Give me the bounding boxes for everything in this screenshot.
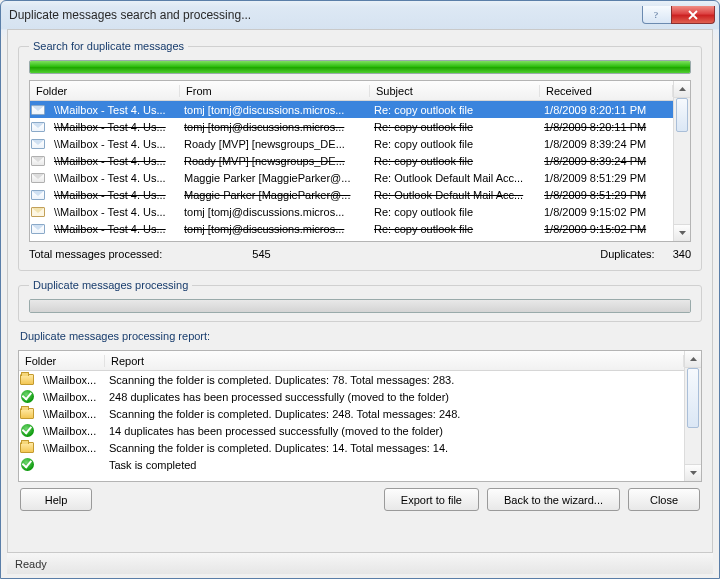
cell-from: tomj [tomj@discussions.micros... <box>178 206 368 218</box>
scroll-thumb[interactable] <box>687 368 699 428</box>
cell-folder: \\Mailbox - Test 4. Us... <box>48 138 178 150</box>
envelope-open-icon <box>30 154 46 168</box>
col-from[interactable]: From <box>180 85 370 97</box>
cell-folder: \\Mailbox... <box>37 408 103 420</box>
cell-subject: Re: copy outlook file <box>368 104 538 116</box>
cell-from: Roady [MVP] [newsgroups_DE... <box>178 155 368 167</box>
col-subject[interactable]: Subject <box>370 85 540 97</box>
button-bar: Help Export to file Back to the wizard..… <box>18 482 702 511</box>
total-processed-label: Total messages processed: <box>29 248 162 260</box>
cell-received: 1/8/2009 8:20:11 PM <box>538 104 673 116</box>
messages-scrollbar[interactable] <box>673 81 690 241</box>
folder-icon <box>19 407 35 421</box>
processing-progress <box>29 299 691 313</box>
titlebar[interactable]: Duplicate messages search and processing… <box>1 1 719 29</box>
total-processed-value: 545 <box>252 248 270 260</box>
cell-folder: \\Mailbox - Test 4. Us... <box>48 155 178 167</box>
envelope-read-icon <box>30 205 46 219</box>
duplicates-label: Duplicates: <box>600 248 654 260</box>
cell-received: 1/8/2009 8:51:29 PM <box>538 172 673 184</box>
table-row[interactable]: \\Mailbox - Test 4. Us...tomj [tomj@disc… <box>30 220 673 237</box>
cell-folder: \\Mailbox... <box>37 425 103 437</box>
close-button[interactable]: Close <box>628 488 700 511</box>
table-row[interactable]: \\Mailbox - Test 4. Us...tomj [tomj@disc… <box>30 203 673 220</box>
search-progress <box>29 60 691 74</box>
cell-folder: \\Mailbox... <box>37 391 103 403</box>
search-group: Search for duplicate messages Folder Fro… <box>18 40 702 271</box>
cell-from: tomj [tomj@discussions.micros... <box>178 223 368 235</box>
report-scrollbar[interactable] <box>684 351 701 481</box>
folder-icon <box>19 373 35 387</box>
window-title: Duplicate messages search and processing… <box>9 8 643 22</box>
cell-from: tomj [tomj@discussions.micros... <box>178 121 368 133</box>
report-label: Duplicate messages processing report: <box>20 330 702 342</box>
report-col-folder[interactable]: Folder <box>19 355 105 367</box>
cell-report: Scanning the folder is completed. Duplic… <box>103 408 684 420</box>
cell-received: 1/8/2009 8:51:29 PM <box>538 189 673 201</box>
cell-from: Maggie Parker [MaggieParker@... <box>178 172 368 184</box>
report-list[interactable]: Folder Report \\Mailbox...Scanning the f… <box>18 350 702 482</box>
table-row[interactable]: \\Mailbox...Scanning the folder is compl… <box>19 405 684 422</box>
back-button[interactable]: Back to the wizard... <box>487 488 620 511</box>
report-header[interactable]: Folder Report <box>19 351 684 371</box>
window-buttons: ? <box>643 6 715 24</box>
table-row[interactable]: \\Mailbox - Test 4. Us...Maggie Parker [… <box>30 169 673 186</box>
processing-progress-fill <box>30 300 690 312</box>
table-row[interactable]: Task is completed <box>19 456 684 473</box>
table-row[interactable]: \\Mailbox - Test 4. Us...tomj [tomj@disc… <box>30 101 673 118</box>
processing-group: Duplicate messages processing <box>18 279 702 322</box>
envelope-closed-icon <box>30 222 46 236</box>
search-legend: Search for duplicate messages <box>29 40 188 52</box>
table-row[interactable]: \\Mailbox...14 duplicates has been proce… <box>19 422 684 439</box>
cell-report: Scanning the folder is completed. Duplic… <box>103 442 684 454</box>
help-button[interactable]: Help <box>20 488 92 511</box>
table-row[interactable]: \\Mailbox - Test 4. Us...Roady [MVP] [ne… <box>30 135 673 152</box>
cell-folder: \\Mailbox - Test 4. Us... <box>48 172 178 184</box>
cell-received: 1/8/2009 9:15:02 PM <box>538 223 673 235</box>
window-help-button[interactable]: ? <box>642 6 672 24</box>
envelope-closed-icon <box>30 137 46 151</box>
scroll-up-icon[interactable] <box>685 351 701 368</box>
search-progress-fill <box>30 61 690 73</box>
table-row[interactable]: \\Mailbox - Test 4. Us...Maggie Parker [… <box>30 186 673 203</box>
messages-header[interactable]: Folder From Subject Received <box>30 81 673 101</box>
cell-from: tomj [tomj@discussions.micros... <box>178 104 368 116</box>
col-received[interactable]: Received <box>540 85 673 97</box>
export-button[interactable]: Export to file <box>384 488 479 511</box>
cell-from: Maggie Parker [MaggieParker@... <box>178 189 368 201</box>
window-close-button[interactable] <box>671 6 715 24</box>
cell-folder: \\Mailbox - Test 4. Us... <box>48 121 178 133</box>
cell-report: Scanning the folder is completed. Duplic… <box>103 374 684 386</box>
check-icon <box>19 390 35 404</box>
envelope-open-icon <box>30 171 46 185</box>
cell-subject: Re: copy outlook file <box>368 121 538 133</box>
status-bar: Ready <box>7 552 713 574</box>
table-row[interactable]: \\Mailbox - Test 4. Us...Roady [MVP] [ne… <box>30 152 673 169</box>
processing-legend: Duplicate messages processing <box>29 279 192 291</box>
table-row[interactable]: \\Mailbox...Scanning the folder is compl… <box>19 371 684 388</box>
messages-list[interactable]: Folder From Subject Received \\Mailbox -… <box>29 80 691 242</box>
cell-folder: \\Mailbox... <box>37 374 103 386</box>
envelope-closed-icon <box>30 188 46 202</box>
scroll-down-icon[interactable] <box>674 224 690 241</box>
report-col-report[interactable]: Report <box>105 355 684 367</box>
cell-folder: \\Mailbox - Test 4. Us... <box>48 104 178 116</box>
scroll-down-icon[interactable] <box>685 464 701 481</box>
cell-folder: \\Mailbox - Test 4. Us... <box>48 189 178 201</box>
scroll-up-icon[interactable] <box>674 81 690 98</box>
cell-received: 1/8/2009 8:39:24 PM <box>538 138 673 150</box>
cell-subject: Re: copy outlook file <box>368 138 538 150</box>
duplicates-value: 340 <box>673 248 691 260</box>
cell-folder: \\Mailbox - Test 4. Us... <box>48 206 178 218</box>
status-text: Ready <box>15 558 47 570</box>
scroll-thumb[interactable] <box>676 98 688 132</box>
cell-subject: Re: Outlook Default Mail Acc... <box>368 189 538 201</box>
cell-received: 1/8/2009 8:20:11 PM <box>538 121 673 133</box>
cell-report: 14 duplicates has been processed success… <box>103 425 684 437</box>
table-row[interactable]: \\Mailbox - Test 4. Us...tomj [tomj@disc… <box>30 118 673 135</box>
col-folder[interactable]: Folder <box>30 85 180 97</box>
table-row[interactable]: \\Mailbox...Scanning the folder is compl… <box>19 439 684 456</box>
cell-folder: \\Mailbox... <box>37 442 103 454</box>
table-row[interactable]: \\Mailbox...248 duplicates has been proc… <box>19 388 684 405</box>
cell-received: 1/8/2009 9:15:02 PM <box>538 206 673 218</box>
